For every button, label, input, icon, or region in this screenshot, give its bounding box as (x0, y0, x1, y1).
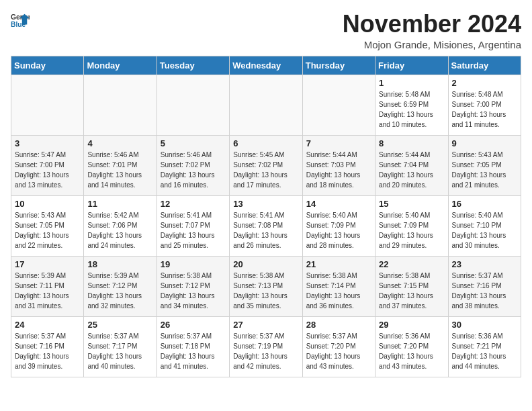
day-number: 13 (233, 199, 298, 209)
calendar-cell (302, 75, 375, 135)
calendar-cell (157, 75, 229, 135)
day-number: 15 (379, 199, 444, 209)
calendar-week-2: 3 Sunrise: 5:47 AMSunset: 7:00 PMDayligh… (11, 135, 521, 195)
day-info: Sunrise: 5:37 AMSunset: 7:16 PMDaylight:… (15, 332, 69, 370)
header-saturday: Saturday (448, 56, 521, 75)
day-info: Sunrise: 5:39 AMSunset: 7:12 PMDaylight:… (87, 272, 142, 310)
header-sunday: Sunday (11, 56, 84, 75)
calendar-week-3: 10 Sunrise: 5:43 AMSunset: 7:05 PMDaylig… (11, 195, 521, 256)
day-info: Sunrise: 5:46 AMSunset: 7:02 PMDaylight:… (161, 151, 215, 189)
day-number: 17 (15, 259, 80, 269)
calendar-cell: 5 Sunrise: 5:46 AMSunset: 7:02 PMDayligh… (157, 135, 229, 195)
calendar-cell: 6 Sunrise: 5:45 AMSunset: 7:02 PMDayligh… (230, 135, 302, 195)
day-number: 25 (87, 320, 152, 330)
day-number: 7 (306, 138, 371, 148)
calendar-cell: 1 Sunrise: 5:48 AMSunset: 6:59 PMDayligh… (375, 75, 448, 135)
header-monday: Monday (84, 56, 157, 75)
logo: General Blue (11, 11, 30, 30)
calendar-cell: 28 Sunrise: 5:37 AMSunset: 7:20 PMDaylig… (302, 316, 375, 377)
calendar-cell: 16 Sunrise: 5:40 AMSunset: 7:10 PMDaylig… (448, 195, 521, 256)
day-number: 30 (452, 320, 517, 330)
calendar-cell: 24 Sunrise: 5:37 AMSunset: 7:16 PMDaylig… (11, 316, 84, 377)
day-number: 24 (15, 320, 80, 330)
day-info: Sunrise: 5:38 AMSunset: 7:12 PMDaylight:… (161, 272, 215, 310)
day-info: Sunrise: 5:37 AMSunset: 7:18 PMDaylight:… (161, 332, 215, 370)
day-info: Sunrise: 5:36 AMSunset: 7:21 PMDaylight:… (452, 332, 506, 370)
day-info: Sunrise: 5:46 AMSunset: 7:01 PMDaylight:… (87, 151, 142, 189)
day-number: 3 (15, 138, 80, 148)
header-friday: Friday (375, 56, 448, 75)
day-number: 11 (87, 199, 152, 209)
calendar-cell: 12 Sunrise: 5:41 AMSunset: 7:07 PMDaylig… (157, 195, 229, 256)
calendar-cell: 10 Sunrise: 5:43 AMSunset: 7:05 PMDaylig… (11, 195, 84, 256)
calendar-cell: 15 Sunrise: 5:40 AMSunset: 7:09 PMDaylig… (375, 195, 448, 256)
title-area: November 2024 Mojon Grande, Misiones, Ar… (343, 11, 521, 50)
calendar-week-1: 1 Sunrise: 5:48 AMSunset: 6:59 PMDayligh… (11, 75, 521, 135)
calendar-cell: 13 Sunrise: 5:41 AMSunset: 7:08 PMDaylig… (230, 195, 302, 256)
day-info: Sunrise: 5:44 AMSunset: 7:03 PMDaylight:… (306, 151, 361, 189)
day-info: Sunrise: 5:40 AMSunset: 7:09 PMDaylight:… (379, 212, 433, 249)
calendar-cell (230, 75, 302, 135)
day-number: 23 (452, 259, 517, 269)
day-info: Sunrise: 5:40 AMSunset: 7:10 PMDaylight:… (452, 212, 506, 249)
day-number: 8 (379, 138, 444, 148)
day-number: 21 (306, 259, 371, 269)
calendar-cell: 18 Sunrise: 5:39 AMSunset: 7:12 PMDaylig… (84, 256, 157, 316)
day-info: Sunrise: 5:43 AMSunset: 7:05 PMDaylight:… (452, 151, 506, 189)
day-info: Sunrise: 5:40 AMSunset: 7:09 PMDaylight:… (306, 212, 361, 249)
day-info: Sunrise: 5:38 AMSunset: 7:14 PMDaylight:… (306, 272, 361, 310)
page-header: General Blue November 2024 Mojon Grande,… (11, 11, 521, 50)
location-subtitle: Mojon Grande, Misiones, Argentina (343, 39, 521, 50)
day-info: Sunrise: 5:41 AMSunset: 7:07 PMDaylight:… (161, 212, 215, 249)
day-info: Sunrise: 5:47 AMSunset: 7:00 PMDaylight:… (15, 151, 69, 189)
day-number: 9 (452, 138, 517, 148)
calendar-cell: 4 Sunrise: 5:46 AMSunset: 7:01 PMDayligh… (84, 135, 157, 195)
calendar-cell: 25 Sunrise: 5:37 AMSunset: 7:17 PMDaylig… (84, 316, 157, 377)
header-row: Sunday Monday Tuesday Wednesday Thursday… (11, 56, 521, 75)
day-info: Sunrise: 5:36 AMSunset: 7:20 PMDaylight:… (379, 332, 433, 370)
header-wednesday: Wednesday (230, 56, 302, 75)
day-number: 1 (379, 78, 444, 88)
day-info: Sunrise: 5:42 AMSunset: 7:06 PMDaylight:… (87, 212, 142, 249)
calendar-cell: 14 Sunrise: 5:40 AMSunset: 7:09 PMDaylig… (302, 195, 375, 256)
calendar-cell (11, 75, 84, 135)
day-number: 28 (306, 320, 371, 330)
day-number: 19 (161, 259, 226, 269)
calendar-cell: 21 Sunrise: 5:38 AMSunset: 7:14 PMDaylig… (302, 256, 375, 316)
calendar-cell (84, 75, 157, 135)
calendar-cell: 22 Sunrise: 5:38 AMSunset: 7:15 PMDaylig… (375, 256, 448, 316)
header-tuesday: Tuesday (157, 56, 229, 75)
day-info: Sunrise: 5:48 AMSunset: 7:00 PMDaylight:… (452, 91, 506, 128)
calendar-cell: 8 Sunrise: 5:44 AMSunset: 7:04 PMDayligh… (375, 135, 448, 195)
calendar-table: Sunday Monday Tuesday Wednesday Thursday… (11, 56, 521, 377)
day-info: Sunrise: 5:37 AMSunset: 7:17 PMDaylight:… (87, 332, 142, 370)
day-number: 26 (161, 320, 226, 330)
calendar-cell: 7 Sunrise: 5:44 AMSunset: 7:03 PMDayligh… (302, 135, 375, 195)
day-info: Sunrise: 5:38 AMSunset: 7:15 PMDaylight:… (379, 272, 433, 310)
day-number: 10 (15, 199, 80, 209)
day-info: Sunrise: 5:38 AMSunset: 7:13 PMDaylight:… (233, 272, 287, 310)
calendar-cell: 2 Sunrise: 5:48 AMSunset: 7:00 PMDayligh… (448, 75, 521, 135)
day-info: Sunrise: 5:37 AMSunset: 7:19 PMDaylight:… (233, 332, 287, 370)
day-info: Sunrise: 5:37 AMSunset: 7:16 PMDaylight:… (452, 272, 506, 310)
day-number: 14 (306, 199, 371, 209)
day-number: 16 (452, 199, 517, 209)
calendar-cell: 9 Sunrise: 5:43 AMSunset: 7:05 PMDayligh… (448, 135, 521, 195)
day-number: 2 (452, 78, 517, 88)
day-number: 22 (379, 259, 444, 269)
logo-icon: General Blue (11, 11, 30, 30)
calendar-cell: 26 Sunrise: 5:37 AMSunset: 7:18 PMDaylig… (157, 316, 229, 377)
calendar-cell: 11 Sunrise: 5:42 AMSunset: 7:06 PMDaylig… (84, 195, 157, 256)
day-info: Sunrise: 5:41 AMSunset: 7:08 PMDaylight:… (233, 212, 287, 249)
day-number: 27 (233, 320, 298, 330)
day-number: 12 (161, 199, 226, 209)
calendar-cell: 20 Sunrise: 5:38 AMSunset: 7:13 PMDaylig… (230, 256, 302, 316)
header-thursday: Thursday (302, 56, 375, 75)
day-number: 4 (87, 138, 152, 148)
calendar-week-4: 17 Sunrise: 5:39 AMSunset: 7:11 PMDaylig… (11, 256, 521, 316)
day-number: 18 (87, 259, 152, 269)
day-number: 29 (379, 320, 444, 330)
calendar-cell: 17 Sunrise: 5:39 AMSunset: 7:11 PMDaylig… (11, 256, 84, 316)
calendar-week-5: 24 Sunrise: 5:37 AMSunset: 7:16 PMDaylig… (11, 316, 521, 377)
day-info: Sunrise: 5:43 AMSunset: 7:05 PMDaylight:… (15, 212, 69, 249)
